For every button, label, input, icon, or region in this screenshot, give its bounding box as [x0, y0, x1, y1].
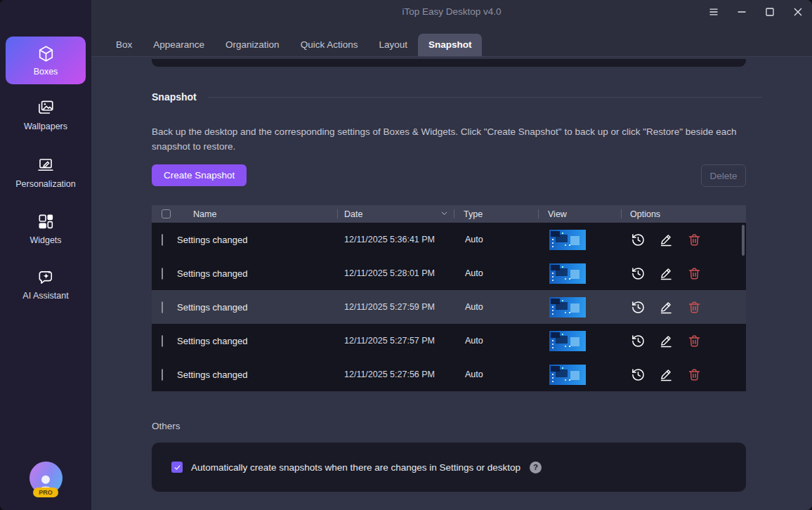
- snapshot-section-header: Snapshot: [152, 91, 762, 103]
- column-header-date[interactable]: Date: [337, 205, 454, 223]
- close-icon[interactable]: [792, 6, 804, 18]
- edit-icon[interactable]: [657, 299, 674, 315]
- snapshot-name: Settings changed: [177, 336, 337, 346]
- section-title: Snapshot: [152, 91, 197, 103]
- wallpapers-icon: [37, 98, 55, 117]
- snapshot-preview[interactable]: [549, 263, 586, 284]
- restore-icon[interactable]: [629, 265, 646, 282]
- row-options: [621, 332, 746, 349]
- row-checkbox[interactable]: [162, 369, 163, 381]
- tab-layout[interactable]: Layout: [368, 34, 418, 56]
- help-icon[interactable]: ?: [530, 462, 542, 473]
- menu-icon[interactable]: [707, 6, 719, 18]
- restore-icon[interactable]: [629, 299, 646, 315]
- table-header: Name Date Type View Options: [152, 205, 746, 223]
- sidebar-item-ai-assistant[interactable]: AI Assistant: [0, 268, 91, 301]
- row-options: [621, 366, 746, 383]
- create-snapshot-button[interactable]: Create Snapshot: [152, 164, 247, 186]
- snapshot-type: Auto: [454, 235, 538, 244]
- column-header-type[interactable]: Type: [454, 205, 538, 223]
- tab-appearance[interactable]: Appearance: [143, 34, 215, 56]
- row-options: [621, 299, 746, 315]
- snapshot-name: Settings changed: [177, 235, 337, 245]
- delete-icon[interactable]: [686, 299, 702, 315]
- snapshot-type: Auto: [454, 302, 538, 312]
- snapshot-type: Auto: [454, 370, 538, 379]
- sidebar-item-widgets[interactable]: Widgets: [0, 212, 91, 245]
- row-checkbox[interactable]: [162, 301, 163, 313]
- section-divider: [208, 97, 762, 98]
- tab-organization[interactable]: Organization: [215, 34, 290, 56]
- table-row-highlighted[interactable]: Settings changed 12/11/2025 5:27:59 PM A…: [152, 290, 746, 324]
- pro-badge: PRO: [33, 488, 58, 497]
- edit-icon[interactable]: [657, 332, 674, 349]
- auto-snapshot-checkbox[interactable]: [171, 462, 183, 473]
- column-header-name[interactable]: Name: [177, 205, 337, 223]
- delete-icon[interactable]: [686, 231, 702, 248]
- snapshot-preview[interactable]: [549, 331, 586, 351]
- table-row[interactable]: Settings changed 12/11/2025 5:27:57 PM A…: [152, 324, 746, 358]
- snapshot-name: Settings changed: [177, 302, 337, 313]
- snapshot-preview[interactable]: [549, 230, 586, 250]
- tab-snapshot[interactable]: Snapshot: [418, 34, 483, 56]
- sidebar-item-label: Personalization: [15, 179, 75, 189]
- app-window: Boxes Wallpapers Personalization Widgets…: [0, 0, 812, 510]
- delete-icon[interactable]: [686, 265, 702, 282]
- minimize-icon[interactable]: [735, 6, 747, 18]
- sidebar-item-label: Widgets: [30, 235, 61, 245]
- snapshot-page: Snapshot Back up the desktop and the cor…: [91, 57, 812, 510]
- snapshot-date: 12/11/2025 5:36:41 PM: [337, 235, 454, 244]
- window-controls: [707, 0, 804, 24]
- delete-button[interactable]: Delete: [701, 164, 746, 187]
- chevron-down-icon[interactable]: [440, 209, 449, 220]
- snapshot-date: 12/11/2025 5:27:59 PM: [337, 302, 454, 312]
- edit-icon[interactable]: [657, 366, 674, 383]
- others-panel: Automatically create snapshots when ther…: [152, 443, 746, 492]
- snapshot-type: Auto: [454, 336, 538, 346]
- table-scrollbar[interactable]: [742, 225, 745, 256]
- restore-icon[interactable]: [629, 332, 646, 349]
- personalization-icon: [37, 156, 55, 174]
- select-all-checkbox[interactable]: [162, 209, 171, 218]
- edit-icon[interactable]: [657, 231, 674, 248]
- snapshot-description: Back up the desktop and the correspondin…: [152, 124, 747, 154]
- table-row[interactable]: Settings changed 12/11/2025 5:27:56 PM A…: [152, 358, 746, 391]
- tab-box[interactable]: Box: [105, 34, 143, 56]
- sidebar-item-personalization[interactable]: Personalization: [0, 156, 91, 189]
- snapshot-type: Auto: [454, 268, 538, 278]
- snapshot-preview[interactable]: [549, 365, 586, 385]
- column-header-label: Date: [344, 209, 362, 219]
- snapshot-date: 12/11/2025 5:27:57 PM: [337, 336, 454, 346]
- row-checkbox[interactable]: [162, 268, 163, 280]
- sidebar-item-label: AI Assistant: [22, 291, 68, 301]
- delete-icon[interactable]: [686, 332, 702, 349]
- check-icon: [173, 464, 181, 471]
- ai-assistant-icon: [37, 268, 55, 286]
- delete-icon[interactable]: [686, 366, 702, 383]
- previous-panel-edge: [152, 59, 746, 67]
- main-area: iTop Easy Desktop v4.0 Box Appearance Or…: [91, 0, 812, 510]
- others-section-title: Others: [152, 421, 181, 431]
- column-header-view[interactable]: View: [538, 205, 621, 223]
- row-checkbox[interactable]: [162, 335, 163, 347]
- restore-icon[interactable]: [629, 231, 646, 248]
- sidebar-item-wallpapers[interactable]: Wallpapers: [0, 98, 91, 131]
- tab-quick-actions[interactable]: Quick Actions: [290, 34, 369, 56]
- row-checkbox[interactable]: [162, 234, 163, 246]
- snapshot-date: 12/11/2025 5:27:56 PM: [337, 370, 454, 379]
- row-options: [621, 231, 746, 248]
- tab-bar: Box Appearance Organization Quick Action…: [91, 24, 812, 57]
- column-header-options[interactable]: Options: [621, 205, 746, 223]
- snapshot-name: Settings changed: [177, 268, 337, 279]
- snapshot-preview[interactable]: [549, 297, 586, 318]
- edit-icon[interactable]: [657, 265, 674, 282]
- table-row[interactable]: Settings changed 12/11/2025 5:28:01 PM A…: [152, 256, 746, 290]
- snapshot-name: Settings changed: [177, 370, 337, 380]
- restore-icon[interactable]: [629, 366, 646, 383]
- account-area: PRO: [0, 462, 91, 497]
- table-body: Settings changed 12/11/2025 5:36:41 PM A…: [152, 223, 746, 391]
- maximize-icon[interactable]: [764, 6, 775, 18]
- table-row[interactable]: Settings changed 12/11/2025 5:36:41 PM A…: [152, 223, 746, 256]
- sidebar-item-boxes[interactable]: Boxes: [6, 37, 86, 84]
- window-title: iTop Easy Desktop v4.0: [91, 0, 812, 24]
